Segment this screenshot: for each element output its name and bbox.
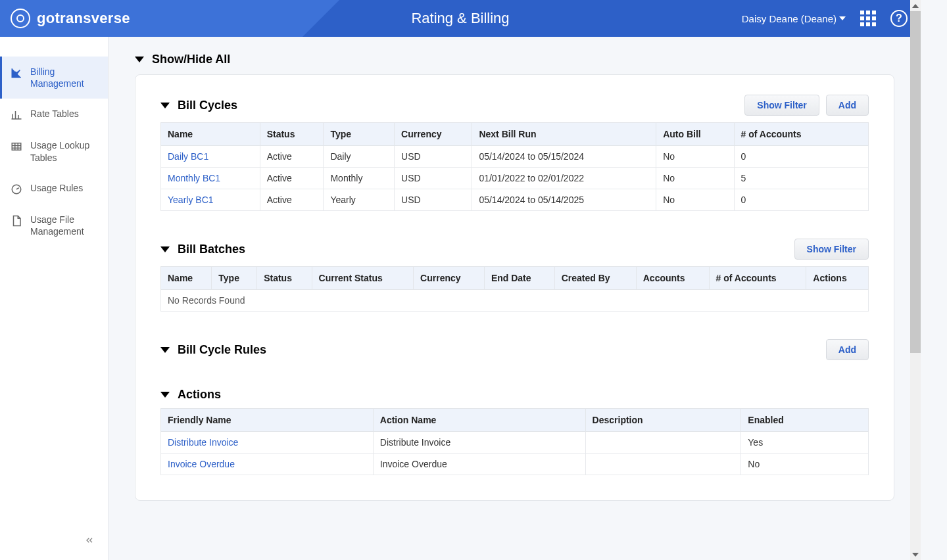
scroll-thumb[interactable] — [910, 11, 921, 353]
th-name[interactable]: Name — [161, 267, 212, 290]
th-current-status[interactable]: Current Status — [312, 267, 414, 290]
table-row: Invoice Overdue Invoice Overdue No — [161, 454, 869, 475]
panel-actions: Actions Friendly Name Action Name Descri… — [160, 388, 869, 475]
cell-enabled: No — [741, 454, 869, 475]
th-enabled[interactable]: Enabled — [741, 409, 869, 432]
show-filter-button[interactable]: Show Filter — [794, 239, 869, 260]
th-description[interactable]: Description — [585, 409, 741, 432]
bill-cycles-table: Name Status Type Currency Next Bill Run … — [160, 122, 869, 211]
window-scrollbar[interactable] — [910, 0, 921, 560]
actions-table: Friendly Name Action Name Description En… — [160, 408, 869, 475]
actions-toggle[interactable]: Actions — [160, 388, 221, 402]
triangle-down-icon — [160, 103, 170, 108]
cell-accounts: 0 — [734, 189, 868, 211]
cell-description — [585, 432, 741, 454]
actions-title: Actions — [178, 388, 221, 402]
cell-auto-bill: No — [656, 146, 734, 168]
th-friendly-name[interactable]: Friendly Name — [161, 409, 374, 432]
table-row: Yearly BC1 Active Yearly USD 05/14/2024 … — [161, 189, 869, 211]
app-header: gotransverse Rating & Billing Daisy Dean… — [0, 0, 921, 37]
sidebar-item-label: Usage Lookup Tables — [30, 139, 100, 163]
action-link[interactable]: Distribute Invoice — [168, 437, 238, 448]
table-icon — [11, 141, 22, 152]
th-currency[interactable]: Currency — [414, 267, 485, 290]
cell-type: Monthly — [324, 168, 395, 189]
cell-next-run: 05/14/2024 to 05/15/2024 — [472, 146, 656, 168]
brand-logo[interactable]: gotransverse — [11, 9, 130, 28]
apps-grid-icon[interactable] — [860, 11, 876, 26]
cell-enabled: Yes — [741, 432, 869, 454]
cell-next-run: 01/01/2022 to 02/01/2022 — [472, 168, 656, 189]
gauge-icon — [11, 183, 22, 195]
th-type[interactable]: Type — [212, 267, 257, 290]
th-next-run[interactable]: Next Bill Run — [472, 123, 656, 146]
cell-description — [585, 454, 741, 475]
chevron-down-icon — [839, 16, 846, 20]
cell-auto-bill: No — [656, 189, 734, 211]
sidebar-item-label: Billing Management — [30, 66, 100, 89]
user-name: Daisy Deane (Deane) — [742, 13, 837, 24]
chart-line-icon — [11, 67, 22, 79]
add-button[interactable]: Add — [826, 95, 869, 116]
user-menu[interactable]: Daisy Deane (Deane) — [742, 13, 846, 24]
th-action-name[interactable]: Action Name — [373, 409, 585, 432]
triangle-down-icon — [160, 246, 170, 252]
bill-batches-toggle[interactable]: Bill Batches — [160, 243, 245, 256]
bill-cycle-link[interactable]: Daily BC1 — [168, 151, 208, 162]
help-icon[interactable]: ? — [890, 10, 908, 27]
th-status[interactable]: Status — [260, 123, 324, 146]
bill-cycle-link[interactable]: Yearly BC1 — [168, 195, 214, 205]
panel-bill-cycle-rules: Bill Cycle Rules Add — [160, 339, 869, 360]
th-end-date[interactable]: End Date — [484, 267, 554, 290]
content-card: Bill Cycles Show Filter Add Name Status — [135, 74, 894, 501]
th-type[interactable]: Type — [324, 123, 395, 146]
th-created-by[interactable]: Created By — [554, 267, 636, 290]
sidebar-item-usage-lookup-tables[interactable]: Usage Lookup Tables — [0, 130, 108, 172]
th-status[interactable]: Status — [257, 267, 312, 290]
bar-chart-icon — [11, 109, 22, 121]
sidebar-item-billing-management[interactable]: Billing Management — [0, 57, 108, 99]
cell-type: Daily — [324, 146, 395, 168]
add-button[interactable]: Add — [826, 339, 869, 360]
sidebar-collapse-button[interactable] — [84, 535, 95, 548]
th-name[interactable]: Name — [161, 123, 260, 146]
th-currency[interactable]: Currency — [395, 123, 472, 146]
triangle-down-icon — [135, 57, 144, 62]
logo-icon — [11, 9, 30, 28]
page-title: Rating & Billing — [411, 10, 509, 27]
action-link[interactable]: Invoice Overdue — [168, 459, 235, 469]
show-filter-button[interactable]: Show Filter — [744, 95, 819, 116]
scroll-down-icon[interactable] — [910, 549, 921, 560]
th-auto-bill[interactable]: Auto Bill — [656, 123, 734, 146]
table-row: Distribute Invoice Distribute Invoice Ye… — [161, 432, 869, 454]
bill-batches-title: Bill Batches — [178, 243, 245, 256]
no-records-text: No Records Found — [161, 290, 869, 312]
table-row: Daily BC1 Active Daily USD 05/14/2024 to… — [161, 146, 869, 168]
cell-currency: USD — [395, 189, 472, 211]
cell-accounts: 0 — [734, 146, 868, 168]
th-accounts[interactable]: # of Accounts — [734, 123, 868, 146]
cell-auto-bill: No — [656, 168, 734, 189]
panel-bill-batches: Bill Batches Show Filter Name Type Statu… — [160, 239, 869, 312]
triangle-down-icon — [160, 347, 170, 353]
bill-cycle-rules-toggle[interactable]: Bill Cycle Rules — [160, 343, 266, 357]
sidebar-item-usage-rules[interactable]: Usage Rules — [0, 173, 108, 204]
cell-accounts: 5 — [734, 168, 868, 189]
sidebar-item-rate-tables[interactable]: Rate Tables — [0, 99, 108, 130]
cell-next-run: 05/14/2024 to 05/14/2025 — [472, 189, 656, 211]
cell-status: Active — [260, 168, 324, 189]
bill-batches-table: Name Type Status Current Status Currency… — [160, 266, 869, 312]
bill-cycles-toggle[interactable]: Bill Cycles — [160, 99, 237, 112]
th-num-accounts[interactable]: # of Accounts — [709, 267, 806, 290]
cell-action-name: Invoice Overdue — [373, 454, 585, 475]
svg-rect-0 — [12, 143, 21, 151]
no-records-row: No Records Found — [161, 290, 869, 312]
show-hide-all-toggle[interactable]: Show/Hide All — [135, 53, 894, 66]
main-content: Show/Hide All Bill Cycles Show Filter Ad… — [109, 37, 921, 560]
th-actions[interactable]: Actions — [806, 267, 869, 290]
cell-type: Yearly — [324, 189, 395, 211]
bill-cycle-link[interactable]: Monthly BC1 — [168, 173, 220, 183]
th-accounts[interactable]: Accounts — [636, 267, 709, 290]
sidebar-item-usage-file-management[interactable]: Usage File Management — [0, 204, 108, 246]
panel-bill-cycles: Bill Cycles Show Filter Add Name Status — [160, 95, 869, 211]
